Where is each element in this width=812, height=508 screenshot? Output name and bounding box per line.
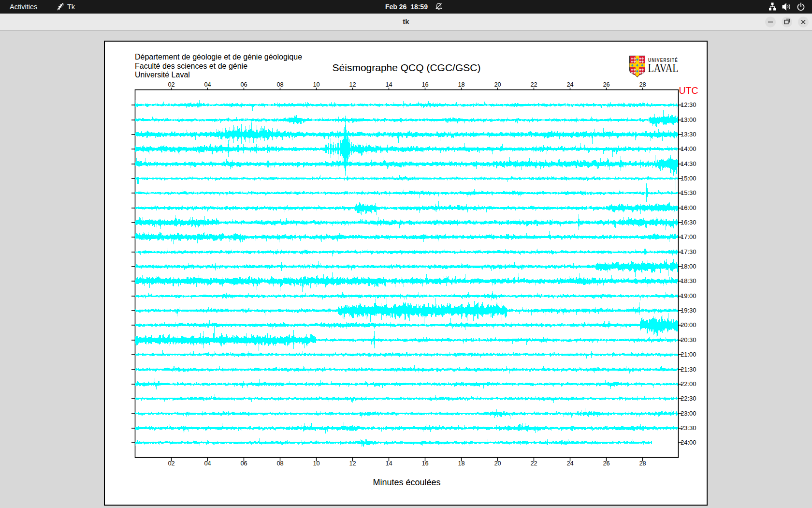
svg-text:LAVAL: LAVAL — [648, 61, 679, 75]
svg-text:22:30: 22:30 — [681, 395, 696, 402]
svg-text:16: 16 — [421, 460, 428, 467]
svg-text:23:00: 23:00 — [681, 410, 696, 417]
svg-text:15:00: 15:00 — [681, 175, 696, 182]
svg-text:Université Laval: Université Laval — [135, 71, 190, 79]
svg-text:20: 20 — [494, 460, 501, 467]
svg-text:02: 02 — [168, 460, 174, 467]
svg-text:19:30: 19:30 — [681, 307, 696, 314]
svg-text:26: 26 — [603, 81, 609, 88]
svg-text:13:00: 13:00 — [681, 116, 696, 123]
svg-text:18:00: 18:00 — [681, 263, 696, 270]
svg-text:24:00: 24:00 — [681, 439, 696, 446]
svg-text:Département de géologie et de: Département de géologie et de génie géol… — [135, 53, 302, 61]
svg-text:21:30: 21:30 — [681, 366, 696, 373]
svg-text:19:00: 19:00 — [681, 292, 696, 299]
svg-text:26: 26 — [603, 460, 609, 467]
svg-text:12: 12 — [349, 460, 356, 467]
svg-text:18:30: 18:30 — [681, 277, 696, 284]
svg-text:22: 22 — [530, 460, 537, 467]
svg-text:24: 24 — [566, 460, 573, 467]
svg-text:10: 10 — [313, 81, 319, 88]
svg-text:20:30: 20:30 — [681, 336, 696, 344]
svg-text:18: 18 — [458, 81, 464, 88]
svg-text:04: 04 — [204, 81, 211, 88]
svg-text:16:00: 16:00 — [681, 204, 696, 211]
svg-text:14:00: 14:00 — [681, 145, 696, 152]
svg-text:Séismographe QCQ (CGC/GSC): Séismographe QCQ (CGC/GSC) — [333, 62, 481, 73]
svg-text:23:30: 23:30 — [681, 424, 696, 432]
svg-text:04: 04 — [204, 460, 211, 467]
svg-text:18: 18 — [458, 460, 464, 467]
svg-text:15:30: 15:30 — [681, 189, 696, 196]
svg-text:16:30: 16:30 — [681, 219, 696, 226]
svg-text:08: 08 — [276, 81, 283, 88]
svg-text:14:30: 14:30 — [681, 160, 696, 167]
svg-text:14: 14 — [385, 460, 392, 467]
svg-text:20:00: 20:00 — [681, 321, 696, 329]
svg-text:22: 22 — [530, 81, 537, 88]
svg-text:06: 06 — [240, 81, 247, 88]
svg-text:16: 16 — [421, 81, 428, 88]
svg-text:10: 10 — [313, 460, 319, 467]
svg-text:08: 08 — [276, 460, 283, 467]
svg-text:14: 14 — [385, 81, 392, 88]
svg-text:21:00: 21:00 — [681, 351, 696, 358]
svg-text:Faculté des sciences et de gén: Faculté des sciences et de génie — [135, 62, 247, 70]
svg-text:24: 24 — [566, 81, 573, 88]
svg-text:17:00: 17:00 — [681, 233, 696, 240]
svg-text:Minutes écoulées: Minutes écoulées — [373, 478, 440, 487]
svg-text:28: 28 — [639, 81, 646, 88]
svg-text:12:30: 12:30 — [681, 101, 696, 108]
svg-text:12: 12 — [349, 81, 356, 88]
svg-text:UTC: UTC — [679, 85, 698, 96]
svg-text:13:30: 13:30 — [681, 131, 696, 138]
svg-text:02: 02 — [168, 81, 174, 88]
svg-text:28: 28 — [639, 460, 646, 467]
svg-text:17:30: 17:30 — [681, 248, 696, 255]
svg-text:20: 20 — [494, 81, 501, 88]
svg-text:06: 06 — [240, 460, 247, 467]
svg-text:22:00: 22:00 — [681, 380, 696, 388]
